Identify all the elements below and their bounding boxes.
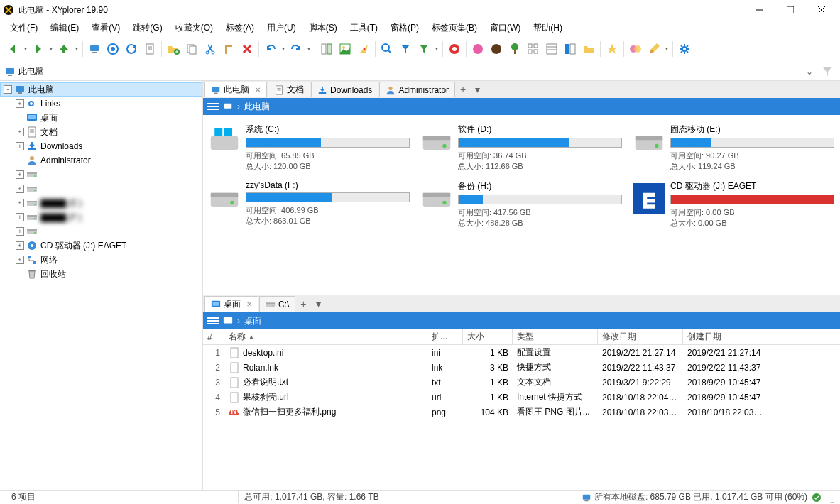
tree-node[interactable]: -此电脑 <box>0 82 202 97</box>
menu-item[interactable]: 脚本(S) <box>303 21 343 35</box>
view-details-button[interactable] <box>543 40 560 57</box>
back-dropdown[interactable]: ▼ <box>23 40 28 57</box>
back-button[interactable] <box>4 40 21 57</box>
file-row[interactable]: 3 必看说明.txt txt 1 KB 文本文档 2019/3/21 9:22:… <box>203 375 840 390</box>
column-name[interactable]: 名称▲ <box>224 329 427 344</box>
tree-node[interactable]: 回收站 <box>0 267 202 281</box>
column-modified[interactable]: 修改日期 <box>598 329 683 344</box>
menu-item[interactable]: 编辑(E) <box>45 21 84 35</box>
minimize-button[interactable] <box>743 0 775 20</box>
color-dark-button[interactable] <box>488 40 505 57</box>
drive-item[interactable]: zzy'sData (F:) 可用空间: 406.99 GB 总大小: 863.… <box>206 177 413 231</box>
filter-green-button[interactable] <box>415 40 432 57</box>
expand-toggle[interactable]: + <box>16 241 24 250</box>
pizza-button[interactable] <box>355 40 372 57</box>
tree-node[interactable]: +▇▇▇▇ (E:) <box>0 196 202 210</box>
panes-button[interactable] <box>318 40 335 57</box>
tab[interactable]: 此电脑✕ <box>204 82 267 97</box>
settings-button[interactable] <box>676 40 693 57</box>
color-pink-button[interactable] <box>469 40 486 57</box>
tree-node[interactable]: +▇▇▇▇ (F:) <box>0 210 202 224</box>
list-header[interactable]: # 名称▲ 扩... 大小 类型 修改日期 创建日期 <box>203 329 840 345</box>
check-icon[interactable] <box>812 493 822 503</box>
menu-item[interactable]: 用户(U) <box>261 21 302 35</box>
copy-button[interactable] <box>183 40 200 57</box>
undo-button[interactable] <box>262 40 279 57</box>
delete-button[interactable] <box>239 40 256 57</box>
menu-item[interactable]: 标签页集(B) <box>426 21 483 35</box>
menu-item[interactable]: 帮助(H) <box>528 21 568 35</box>
drive-item[interactable]: 软件 (D:) 可用空间: 36.74 GB 总大小: 112.66 GB <box>418 121 625 175</box>
tab-dropdown[interactable]: ▾ <box>312 298 325 309</box>
tab-close-icon[interactable]: ✕ <box>255 86 261 94</box>
tree-node[interactable]: 桌面 <box>0 111 202 125</box>
view-icons-button[interactable] <box>525 40 542 57</box>
tree-node[interactable]: +网络 <box>0 253 202 267</box>
filter-dropdown[interactable]: ▼ <box>434 40 440 57</box>
maximize-button[interactable] <box>775 0 806 20</box>
expand-toggle[interactable]: + <box>16 199 24 207</box>
tag-red-button[interactable] <box>446 40 463 57</box>
tree-icon-button[interactable] <box>506 40 523 57</box>
column-type[interactable]: 类型 <box>513 329 598 344</box>
expand-toggle[interactable]: - <box>4 85 12 94</box>
hamburger-icon[interactable] <box>207 103 219 110</box>
stop-button[interactable] <box>141 40 158 57</box>
view-folder-button[interactable] <box>580 40 597 57</box>
column-number[interactable]: # <box>203 329 224 344</box>
up-button[interactable] <box>55 40 72 57</box>
star-button[interactable] <box>604 40 621 57</box>
file-row[interactable]: 2 Rolan.lnk lnk 3 KB 快捷方式 2019/2/22 11:4… <box>203 360 840 375</box>
tab-add-button[interactable]: + <box>296 298 310 309</box>
redo-dropdown[interactable]: ▼ <box>306 40 312 57</box>
tree-node[interactable]: Administrator <box>0 153 202 168</box>
refresh-button[interactable] <box>123 40 140 57</box>
expand-toggle[interactable]: + <box>16 256 24 264</box>
preview-button[interactable] <box>337 40 354 57</box>
expand-toggle[interactable]: + <box>16 142 24 150</box>
paste-button[interactable] <box>220 40 237 57</box>
folder-tree[interactable]: -此电脑+Links桌面+文档+DownloadsAdministrator++… <box>0 81 203 490</box>
file-list[interactable]: 1 desktop.ini ini 1 KB 配置设置 2019/2/21 21… <box>203 345 840 490</box>
tab[interactable]: 桌面✕ <box>204 296 258 312</box>
file-row[interactable]: 5 微信扫一扫更多福利.png png 104 KB 看图王 PNG 图片...… <box>203 405 840 420</box>
tree-node[interactable]: + <box>0 224 202 239</box>
drive-item[interactable]: 备份 (H:) 可用空间: 417.56 GB 总大小: 488.28 GB <box>418 177 625 231</box>
tree-node[interactable]: +文档 <box>0 125 202 139</box>
drive-item[interactable]: 系统 (C:) 可用空间: 65.85 GB 总大小: 120.00 GB <box>206 121 413 175</box>
menu-item[interactable]: 窗格(P) <box>385 21 425 35</box>
forward-dropdown[interactable]: ▼ <box>48 40 54 57</box>
menu-item[interactable]: 查看(V) <box>86 21 126 35</box>
cut-button[interactable] <box>202 40 219 57</box>
menu-item[interactable]: 窗口(W) <box>484 21 526 35</box>
file-row[interactable]: 1 desktop.ini ini 1 KB 配置设置 2019/2/21 21… <box>203 345 840 360</box>
column-size[interactable]: 大小 <box>463 329 513 344</box>
tab[interactable]: 文档 <box>268 82 310 97</box>
tab[interactable]: Downloads <box>311 82 378 97</box>
undo-dropdown[interactable]: ▼ <box>280 40 286 57</box>
menu-item[interactable]: 文件(F) <box>4 21 43 35</box>
up-dropdown[interactable]: ▼ <box>74 40 80 57</box>
expand-toggle[interactable]: + <box>16 227 24 236</box>
drives-view[interactable]: 系统 (C:) 可用空间: 65.85 GB 总大小: 120.00 GB 软件… <box>203 115 840 295</box>
filter-button[interactable] <box>397 40 414 57</box>
filter-toolbar-button[interactable] <box>819 63 836 80</box>
computer-button[interactable] <box>86 40 103 57</box>
tree-node[interactable]: +CD 驱动器 (J:) EAGET <box>0 239 202 253</box>
grip-icon[interactable] <box>824 493 834 503</box>
address-dropdown[interactable]: ⌄ <box>804 67 815 77</box>
folder-open-button[interactable] <box>165 40 182 57</box>
forward-button[interactable] <box>30 40 47 57</box>
top-breadcrumb[interactable]: › 此电脑 <box>203 98 840 115</box>
tab-close-icon[interactable]: ✕ <box>246 300 252 308</box>
column-ext[interactable]: 扩... <box>427 329 463 344</box>
menu-item[interactable]: 标签(A) <box>220 21 260 35</box>
drive-item[interactable]: CD 驱动器 (J:) EAGET 可用空间: 0.00 GB 总大小: 0.0… <box>631 177 837 231</box>
menu-item[interactable]: 工具(T) <box>344 21 383 35</box>
tree-node[interactable]: + <box>0 168 202 182</box>
menu-item[interactable]: 收藏夹(O) <box>170 21 219 35</box>
hamburger-icon[interactable] <box>207 317 219 324</box>
tree-node[interactable]: +Links <box>0 97 202 111</box>
redo-button[interactable] <box>288 40 305 57</box>
tree-node[interactable]: +Downloads <box>0 139 202 153</box>
